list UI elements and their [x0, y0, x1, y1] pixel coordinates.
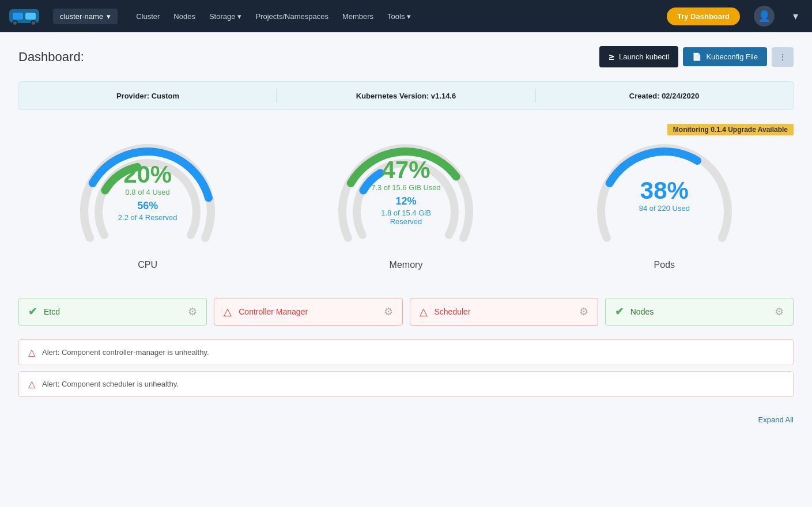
alerts-section: △ Alert: Component controller-manager is…: [18, 339, 794, 397]
avatar[interactable]: 👤: [754, 6, 775, 27]
cpu-reserved-pct: 56%: [118, 200, 177, 212]
cpu-label: CPU: [138, 260, 157, 270]
cpu-gauge-svg-wrap: 20% 0.8 of 4 Used 56% 2.2 of 4 Reserved: [73, 140, 222, 255]
memory-label: Memory: [390, 260, 423, 270]
etcd-check-icon: ✔: [28, 305, 37, 318]
navbar-more-button[interactable]: ▾: [788, 7, 803, 25]
controller-warn-icon: △: [224, 305, 232, 318]
cluster-dropdown[interactable]: cluster-name ▾: [53, 9, 118, 24]
status-card-nodes: ✔ Nodes ⚙: [605, 298, 794, 326]
scheduler-warn-icon: △: [420, 305, 428, 318]
kubeconfig-icon: 📄: [692, 52, 701, 61]
k8s-version-info: Kubernetes Version: v1.14.6: [277, 92, 535, 100]
alert-message-0: Alert: Component controller-manager is u…: [42, 348, 209, 357]
nav-link-nodes[interactable]: Nodes: [169, 10, 200, 23]
gauges-row: 20% 0.8 of 4 Used 56% 2.2 of 4 Reserved …: [18, 131, 794, 279]
status-card-etcd: ✔ Etcd ⚙: [18, 298, 207, 326]
k8s-value: v1.14.6: [431, 92, 456, 100]
provider-value: Custom: [152, 92, 179, 100]
memory-gauge: 47% 7.3 of 15.6 GiB Used 12% 1.8 of 15.4…: [277, 140, 535, 270]
page-title: Dashboard:: [18, 50, 84, 65]
controller-card-left: △ Controller Manager: [224, 305, 308, 318]
alert-item-1: △ Alert: Component scheduler is unhealth…: [18, 371, 794, 397]
controller-label: Controller Manager: [239, 307, 308, 316]
nav-link-tools[interactable]: Tools ▾: [383, 10, 416, 23]
more-actions-icon: ⋮: [779, 52, 787, 62]
status-cards: ✔ Etcd ⚙ △ Controller Manager ⚙ △ Schedu…: [18, 298, 794, 326]
scheduler-card-left: △ Scheduler: [420, 305, 471, 318]
alert-item-0: △ Alert: Component controller-manager is…: [18, 339, 794, 365]
alert-warn-icon-0: △: [28, 347, 35, 358]
controller-gear-icon[interactable]: ⚙: [384, 305, 393, 318]
nav-links: Cluster Nodes Storage ▾ Projects/Namespa…: [131, 10, 653, 23]
nav-link-projects[interactable]: Projects/Namespaces: [251, 10, 333, 23]
svg-rect-2: [25, 13, 36, 20]
status-card-controller-manager: △ Controller Manager ⚙: [214, 298, 402, 326]
monitoring-badge: Monitoring 0.1.4 Upgrade Available: [667, 124, 794, 135]
tools-chevron-icon: ▾: [407, 12, 411, 21]
expand-all-row: Expand All: [18, 411, 794, 429]
cpu-used-detail: 0.8 of 4 Used: [118, 188, 177, 196]
cpu-gauge: 20% 0.8 of 4 Used 56% 2.2 of 4 Reserved …: [18, 140, 277, 270]
nav-link-storage[interactable]: Storage ▾: [205, 10, 247, 23]
memory-gauge-svg-wrap: 47% 7.3 of 15.6 GiB Used 12% 1.8 of 15.4…: [331, 140, 481, 255]
memory-gauge-center: 47% 7.3 of 15.6 GiB Used 12% 1.8 of 15.4…: [368, 158, 443, 226]
cpu-gauge-center: 20% 0.8 of 4 Used 56% 2.2 of 4 Reserved: [118, 162, 177, 222]
try-dashboard-button[interactable]: Try Dashboard: [667, 7, 740, 25]
memory-reserved-detail: 1.8 of 15.4 GiB Reserved: [368, 209, 443, 226]
info-bar: Provider: Custom Kubernetes Version: v1.…: [18, 81, 794, 110]
nodes-card-left: ✔ Nodes: [615, 305, 654, 318]
storage-chevron-icon: ▾: [237, 12, 241, 21]
nodes-check-icon: ✔: [615, 305, 624, 318]
kubeconfig-button[interactable]: 📄 Kubeconfig File: [683, 47, 767, 66]
more-actions-button[interactable]: ⋮: [772, 47, 794, 67]
nav-link-cluster[interactable]: Cluster: [131, 10, 164, 23]
page-content: Dashboard: ≥ Launch kubectl 📄 Kubeconfig…: [0, 32, 812, 442]
provider-info: Provider: Custom: [19, 92, 277, 100]
provider-label: Provider:: [116, 92, 152, 100]
memory-used-detail: 7.3 of 15.6 GiB Used: [368, 183, 443, 192]
pods-used-detail: 84 of 220 Used: [639, 204, 690, 213]
memory-reserved-pct: 12%: [368, 195, 443, 207]
nav-link-members[interactable]: Members: [338, 10, 378, 23]
created-label: Created:: [629, 92, 662, 100]
logo: [9, 5, 39, 28]
alert-message-1: Alert: Component scheduler is unhealthy.: [42, 380, 179, 388]
created-value: 02/24/2020: [662, 92, 699, 100]
header-row: Dashboard: ≥ Launch kubectl 📄 Kubeconfig…: [18, 46, 794, 67]
expand-all-link[interactable]: Expand All: [758, 415, 794, 424]
k8s-label: Kubernetes Version:: [356, 92, 431, 100]
etcd-label: Etcd: [44, 307, 60, 316]
launch-kubectl-button[interactable]: ≥ Launch kubectl: [599, 46, 678, 67]
brand-logo: [9, 5, 39, 28]
nodes-gear-icon[interactable]: ⚙: [775, 305, 784, 318]
svg-point-6: [32, 21, 35, 25]
pods-gauge: 38% 84 of 220 Used Pods: [535, 140, 794, 270]
avatar-icon: 👤: [758, 10, 771, 22]
header-actions: ≥ Launch kubectl 📄 Kubeconfig File ⋮: [599, 46, 794, 67]
scheduler-label: Scheduler: [435, 307, 471, 316]
memory-used-pct: 47%: [368, 158, 443, 182]
cpu-used-pct: 20%: [118, 162, 177, 187]
pods-label: Pods: [654, 260, 675, 270]
kubectl-icon: ≥: [609, 51, 614, 62]
svg-point-5: [13, 21, 17, 25]
dropdown-chevron-icon: ▾: [107, 12, 111, 21]
created-info: Created: 02/24/2020: [535, 92, 793, 100]
svg-rect-1: [13, 13, 23, 20]
status-card-scheduler: △ Scheduler ⚙: [410, 298, 598, 326]
scheduler-gear-icon[interactable]: ⚙: [579, 305, 588, 318]
pods-gauge-center: 38% 84 of 220 Used: [639, 179, 690, 213]
pods-gauge-svg-wrap: 38% 84 of 220 Used: [590, 140, 739, 255]
pods-used-pct: 38%: [639, 179, 690, 203]
cluster-dropdown-label: cluster-name: [60, 12, 103, 21]
cpu-reserved-detail: 2.2 of 4 Reserved: [118, 213, 177, 222]
etcd-gear-icon[interactable]: ⚙: [188, 305, 197, 318]
alert-warn-icon-1: △: [28, 379, 35, 389]
nodes-label: Nodes: [630, 307, 654, 316]
navbar: cluster-name ▾ Cluster Nodes Storage ▾ P…: [0, 0, 812, 32]
etcd-card-left: ✔ Etcd: [28, 305, 60, 318]
